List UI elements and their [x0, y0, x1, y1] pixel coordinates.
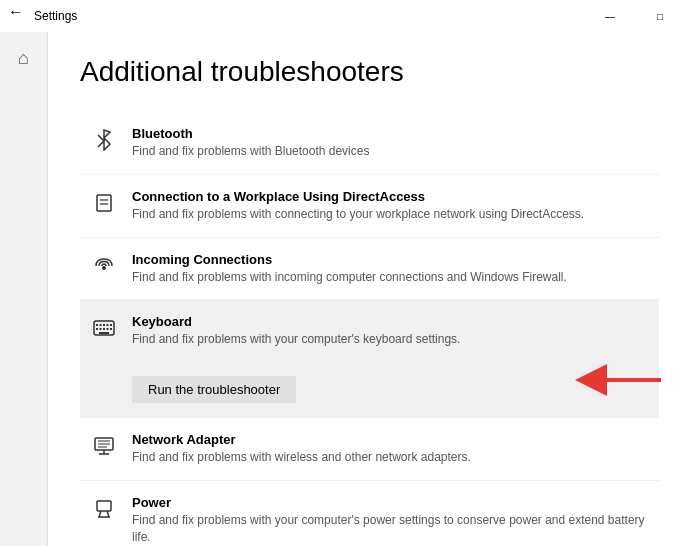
bluetooth-text: Bluetooth Find and fix problems with Blu…: [132, 126, 647, 160]
directaccess-text: Connection to a Workplace Using DirectAc…: [132, 189, 647, 223]
svg-rect-9: [110, 324, 112, 326]
incoming-icon: [92, 254, 116, 278]
troubleshooter-item-incoming[interactable]: Incoming Connections Find and fix proble…: [80, 238, 659, 301]
svg-rect-7: [103, 324, 105, 326]
svg-rect-8: [107, 324, 109, 326]
incoming-desc: Find and fix problems with incoming comp…: [132, 269, 647, 286]
title-bar-title: Settings: [34, 9, 77, 23]
svg-line-24: [107, 511, 109, 517]
troubleshooter-item-power[interactable]: Power Find and fix problems with your co…: [80, 481, 659, 546]
title-bar-left: ← Settings: [8, 3, 77, 29]
troubleshooter-item-bluetooth[interactable]: Bluetooth Find and fix problems with Blu…: [80, 112, 659, 175]
incoming-text: Incoming Connections Find and fix proble…: [132, 252, 647, 286]
troubleshooter-item-keyboard[interactable]: Keyboard Find and fix problems with your…: [80, 300, 659, 418]
svg-rect-13: [107, 328, 109, 330]
main-content: Additional troubleshooters Bluetooth Fin…: [48, 32, 691, 546]
maximize-icon: □: [657, 11, 663, 22]
keyboard-desc: Find and fix problems with your computer…: [132, 331, 647, 348]
network-name: Network Adapter: [132, 432, 647, 447]
keyboard-item-top: Keyboard Find and fix problems with your…: [92, 314, 647, 348]
svg-point-3: [102, 266, 106, 270]
bluetooth-desc: Find and fix problems with Bluetooth dev…: [132, 143, 647, 160]
network-icon: [92, 434, 116, 458]
content-area: ⌂ Additional troubleshooters Bluetooth F…: [0, 32, 691, 546]
network-desc: Find and fix problems with wireless and …: [132, 449, 647, 466]
troubleshooter-item-directaccess[interactable]: Connection to a Workplace Using DirectAc…: [80, 175, 659, 238]
back-button[interactable]: ←: [8, 3, 24, 21]
svg-rect-5: [96, 324, 98, 326]
svg-rect-22: [97, 501, 111, 511]
troubleshooter-list: Bluetooth Find and fix problems with Blu…: [80, 112, 659, 546]
incoming-name: Incoming Connections: [132, 252, 647, 267]
network-text: Network Adapter Find and fix problems wi…: [132, 432, 647, 466]
svg-rect-14: [110, 328, 112, 330]
title-bar: ← Settings — □: [0, 0, 691, 32]
power-name: Power: [132, 495, 647, 510]
keyboard-text: Keyboard Find and fix problems with your…: [132, 314, 647, 348]
directaccess-icon: [92, 191, 116, 215]
troubleshooter-item-network[interactable]: Network Adapter Find and fix problems wi…: [80, 418, 659, 481]
title-bar-controls: — □: [587, 0, 683, 32]
svg-rect-0: [97, 195, 111, 211]
keyboard-icon: [92, 316, 116, 340]
sidebar: ⌂: [0, 32, 48, 546]
page-title: Additional troubleshooters: [80, 56, 659, 88]
svg-rect-12: [103, 328, 105, 330]
power-desc: Find and fix problems with your computer…: [132, 512, 647, 546]
svg-rect-10: [96, 328, 98, 330]
power-text: Power Find and fix problems with your co…: [132, 495, 647, 546]
bluetooth-icon: [92, 128, 116, 152]
maximize-button[interactable]: □: [637, 0, 683, 32]
svg-line-23: [99, 511, 101, 517]
bluetooth-name: Bluetooth: [132, 126, 647, 141]
directaccess-name: Connection to a Workplace Using DirectAc…: [132, 189, 647, 204]
minimize-icon: —: [605, 11, 615, 22]
power-icon: [92, 497, 116, 521]
keyboard-name: Keyboard: [132, 314, 647, 329]
svg-rect-11: [100, 328, 102, 330]
minimize-button[interactable]: —: [587, 0, 633, 32]
svg-rect-15: [99, 332, 109, 334]
back-arrow-icon: ←: [8, 3, 24, 21]
svg-rect-6: [100, 324, 102, 326]
run-troubleshooter-button[interactable]: Run the troubleshooter: [132, 376, 296, 403]
sidebar-home-icon[interactable]: ⌂: [8, 42, 40, 74]
directaccess-desc: Find and fix problems with connecting to…: [132, 206, 647, 223]
